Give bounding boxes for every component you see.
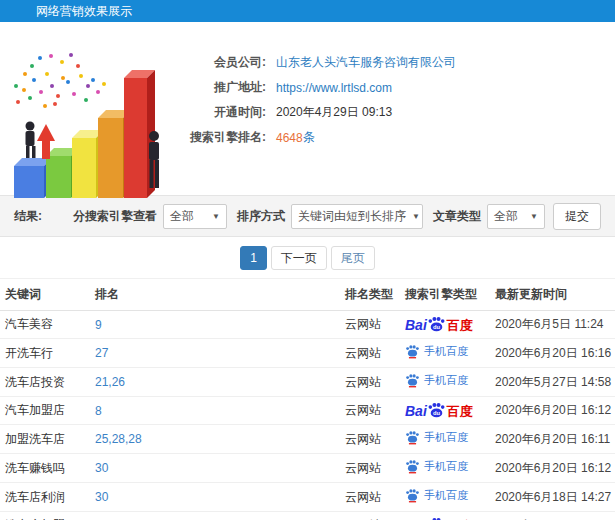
sort-filter-select[interactable]: 关键词由短到长排序 ▼ <box>291 204 423 229</box>
confetti-dots <box>14 53 106 108</box>
company-info-panel: 会员公司: 山东老人头汽车服务咨询有限公司 推广地址: https://www.… <box>176 50 456 150</box>
keyword-ranking-table: 关键词 排名 排名类型 搜索引擎类型 最新更新时间 汽车美容 9 云网站 Bai… <box>0 278 615 520</box>
promo-url-row: 推广地址: https://www.lrtlsd.com <box>176 75 456 100</box>
pagination: 1 下一页 尾页 <box>0 237 615 278</box>
rank-type-cell: 云网站 <box>340 311 400 339</box>
rank-cell[interactable]: 8 <box>90 397 340 425</box>
keyword-cell: 洗车店加盟 <box>0 512 90 520</box>
engine-cell: Bai du 百度 <box>400 397 490 425</box>
engine-filter-label: 分搜索引擎查看 <box>73 208 157 225</box>
rank-cell[interactable]: 9 <box>90 311 340 339</box>
baidu-paw-icon <box>405 344 420 359</box>
rank-cell[interactable]: 21,26 <box>90 368 340 397</box>
baidu-paw-icon <box>405 488 420 503</box>
rank-type-cell: 云网站 <box>340 425 400 454</box>
engine-rank-label: 搜索引擎排名: <box>176 129 266 146</box>
engine-filter-select[interactable]: 全部 ▼ <box>163 204 227 229</box>
svg-text:du: du <box>433 324 441 330</box>
rank-cell[interactable]: 3 <box>90 512 340 520</box>
engine-cell: 手机百度 <box>400 425 490 454</box>
page-header: 网络营销效果展示 <box>0 0 615 22</box>
bars-group <box>14 70 155 198</box>
dropdown-caret-icon: ▼ <box>206 212 220 221</box>
result-label: 结果: <box>14 208 42 225</box>
keyword-cell: 汽车加盟店 <box>0 397 90 425</box>
keyword-column-header: 关键词 <box>0 279 90 311</box>
rank-type-cell: 云网站 <box>340 397 400 425</box>
keyword-cell: 加盟洗车店 <box>0 425 90 454</box>
baidu-paw-icon <box>405 430 420 445</box>
article-type-value: 全部 <box>494 208 518 225</box>
submit-button[interactable]: 提交 <box>553 203 601 230</box>
baidu-paw-icon: du <box>427 402 446 418</box>
table-row: 汽车美容 9 云网站 Bai du 百度 2020年6月5日 11:24 <box>0 311 615 339</box>
table-row: 加盟洗车店 25,28,28 云网站 手机百度 2020年6月20日 16:11 <box>0 425 615 454</box>
updated-column-header: 最新更新时间 <box>490 279 615 311</box>
rank-cell[interactable]: 30 <box>90 483 340 512</box>
rank-cell[interactable]: 30 <box>90 454 340 483</box>
filter-bar: 结果: 分搜索引擎查看 全部 ▼ 排序方式 关键词由短到长排序 ▼ 文章类型 全… <box>0 195 615 237</box>
baidu-paw-icon <box>405 373 420 388</box>
rank-type-cell: 云网站 <box>340 339 400 368</box>
table-row: 开洗车行 27 云网站 手机百度 2020年6月20日 16:16 <box>0 339 615 368</box>
page-1-button[interactable]: 1 <box>240 246 267 270</box>
keyword-cell: 洗车店投资 <box>0 368 90 397</box>
engine-cell: 手机百度 <box>400 454 490 483</box>
rank-type-cell: 云网站 <box>340 483 400 512</box>
baidu-logo: Bai du 百度 <box>405 402 473 418</box>
info-section: 会员公司: 山东老人头汽车服务咨询有限公司 推广地址: https://www.… <box>0 22 615 195</box>
promo-url-label: 推广地址: <box>176 79 266 96</box>
sort-filter-value: 关键词由短到长排序 <box>298 208 406 225</box>
promo-url-link[interactable]: https://www.lrtlsd.com <box>276 81 392 95</box>
table-row: 洗车赚钱吗 30 云网站 手机百度 2020年6月20日 16:12 <box>0 454 615 483</box>
rank-type-cell: 云网站 <box>340 368 400 397</box>
keyword-cell: 洗车赚钱吗 <box>0 454 90 483</box>
updated-cell: 2020年6月20日 16:11 <box>490 425 615 454</box>
engine-rank-row: 搜索引擎排名: 4648 条 <box>176 125 456 150</box>
open-time-label: 开通时间: <box>176 104 266 121</box>
businessman-left-icon <box>26 122 36 159</box>
engine-cell: 手机百度 <box>400 368 490 397</box>
bar-chart-illustration <box>8 50 178 200</box>
table-row: 洗车店加盟 3 云网站 Bai du 百度 2020年6月18日 14:30 <box>0 512 615 520</box>
engine-type-column-header: 搜索引擎类型 <box>400 279 490 311</box>
engine-cell: 手机百度 <box>400 339 490 368</box>
table-header-row: 关键词 排名 排名类型 搜索引擎类型 最新更新时间 <box>0 279 615 311</box>
baidu-paw-icon <box>405 459 420 474</box>
next-page-button[interactable]: 下一页 <box>271 246 327 270</box>
company-link[interactable]: 山东老人头汽车服务咨询有限公司 <box>276 54 456 71</box>
mobile-baidu-logo: 手机百度 <box>405 459 468 474</box>
updated-cell: 2020年6月5日 11:24 <box>490 311 615 339</box>
keyword-cell: 开洗车行 <box>0 339 90 368</box>
mobile-baidu-logo: 手机百度 <box>405 430 468 445</box>
last-page-button[interactable]: 尾页 <box>331 246 375 270</box>
sort-filter-label: 排序方式 <box>237 208 285 225</box>
rank-cell[interactable]: 25,28,28 <box>90 425 340 454</box>
rank-cell[interactable]: 27 <box>90 339 340 368</box>
company-label: 会员公司: <box>176 54 266 71</box>
dropdown-caret-icon: ▼ <box>524 212 538 221</box>
engine-cell: Bai du 百度 <box>400 512 490 520</box>
mobile-baidu-logo: 手机百度 <box>405 373 468 388</box>
engine-filter-value: 全部 <box>170 208 194 225</box>
updated-cell: 2020年5月27日 14:58 <box>490 368 615 397</box>
filter-controls: 分搜索引擎查看 全部 ▼ 排序方式 关键词由短到长排序 ▼ 文章类型 全部 ▼ … <box>63 203 601 230</box>
open-time-value: 2020年4月29日 09:13 <box>276 104 392 121</box>
mobile-baidu-logo: 手机百度 <box>405 488 468 503</box>
keyword-cell: 汽车美容 <box>0 311 90 339</box>
article-type-label: 文章类型 <box>433 208 481 225</box>
updated-cell: 2020年6月20日 16:12 <box>490 397 615 425</box>
company-row: 会员公司: 山东老人头汽车服务咨询有限公司 <box>176 50 456 75</box>
updated-cell: 2020年6月20日 16:12 <box>490 454 615 483</box>
rank-type-cell: 云网站 <box>340 512 400 520</box>
rank-type-column-header: 排名类型 <box>340 279 400 311</box>
updated-cell: 2020年6月18日 14:27 <box>490 483 615 512</box>
updated-cell: 2020年6月20日 16:16 <box>490 339 615 368</box>
rank-column-header: 排名 <box>90 279 340 311</box>
open-time-row: 开通时间: 2020年4月29日 09:13 <box>176 100 456 125</box>
engine-cell: 手机百度 <box>400 483 490 512</box>
article-type-select[interactable]: 全部 ▼ <box>487 204 545 229</box>
baidu-logo: Bai du 百度 <box>405 316 473 332</box>
rank-type-cell: 云网站 <box>340 454 400 483</box>
engine-cell: Bai du 百度 <box>400 311 490 339</box>
